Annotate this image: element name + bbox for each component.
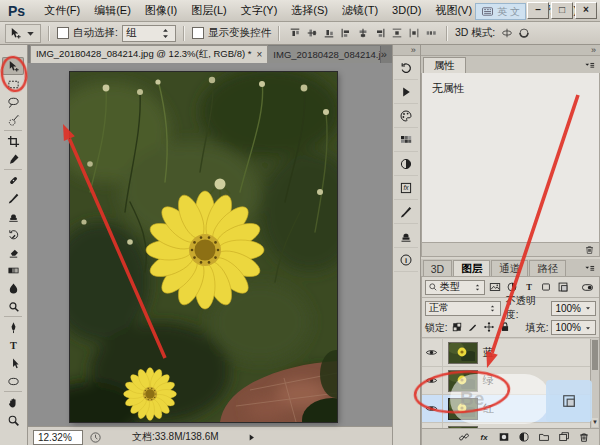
menu-type[interactable]: 文字(Y) bbox=[234, 4, 285, 16]
layer-fx-icon[interactable]: fx bbox=[478, 431, 491, 444]
new-adjustment-icon[interactable] bbox=[518, 431, 531, 444]
ime-indicator[interactable]: 英 文 bbox=[475, 3, 526, 20]
clone-source-icon[interactable] bbox=[394, 224, 418, 248]
3d-roll-icon[interactable] bbox=[516, 25, 532, 41]
layer-row-红[interactable]: 红 bbox=[422, 395, 599, 423]
align-right-icon[interactable] bbox=[372, 25, 388, 41]
filter-adjust-icon[interactable] bbox=[504, 280, 521, 295]
tool-marquee[interactable] bbox=[2, 75, 24, 93]
tool-gradient[interactable] bbox=[2, 261, 24, 279]
brush-settings-icon[interactable] bbox=[394, 200, 418, 224]
tab-layers[interactable]: 图层 bbox=[453, 260, 490, 276]
minimize-button[interactable]: – bbox=[527, 2, 549, 19]
layer-thumbnail[interactable] bbox=[448, 342, 478, 364]
tool-clone-stamp[interactable] bbox=[2, 207, 24, 225]
info-icon[interactable]: i bbox=[394, 248, 418, 272]
tool-history-brush[interactable] bbox=[2, 225, 24, 243]
maximize-button[interactable]: □ bbox=[551, 2, 573, 19]
tool-lasso[interactable] bbox=[2, 93, 24, 111]
layer-visibility-toggle[interactable] bbox=[422, 339, 443, 366]
tool-preset-picker[interactable] bbox=[5, 24, 41, 43]
tab-3d[interactable]: 3D bbox=[423, 260, 452, 276]
menu-image[interactable]: 图像(I) bbox=[138, 4, 184, 16]
menu-file[interactable]: 文件(F) bbox=[37, 4, 87, 16]
close-button[interactable]: × bbox=[575, 2, 597, 19]
lock-paint-icon[interactable] bbox=[467, 321, 480, 334]
distribute-v-icon[interactable] bbox=[389, 25, 405, 41]
layer-thumbnail[interactable] bbox=[448, 426, 478, 429]
color-icon[interactable] bbox=[394, 104, 418, 128]
document-tab-active[interactable]: IMG_20180428_084214.jpg @ 12.3%(红, RGB/8… bbox=[30, 45, 268, 63]
layer-thumbnail[interactable] bbox=[448, 398, 478, 420]
lock-move-icon[interactable] bbox=[483, 321, 496, 334]
opacity-field[interactable]: 100% bbox=[551, 301, 596, 316]
actions-icon[interactable] bbox=[394, 80, 418, 104]
tool-hand[interactable] bbox=[2, 393, 24, 411]
filter-smart-icon[interactable] bbox=[555, 280, 572, 295]
tab-channels[interactable]: 通道 bbox=[491, 260, 528, 276]
tool-pen[interactable] bbox=[2, 318, 24, 336]
adjustments-icon[interactable] bbox=[394, 152, 418, 176]
panel-menu-icon[interactable] bbox=[583, 59, 596, 72]
menu-3d[interactable]: 3D(D) bbox=[385, 4, 428, 16]
menu-select[interactable]: 选择(S) bbox=[284, 4, 335, 16]
align-top-icon[interactable] bbox=[287, 25, 303, 41]
tab-paths[interactable]: 路径 bbox=[529, 260, 566, 276]
layer-visibility-toggle[interactable] bbox=[422, 367, 443, 394]
auto-select-dropdown[interactable]: 组 bbox=[122, 25, 176, 42]
fill-field[interactable]: 100% bbox=[551, 320, 596, 335]
strip-collapse-chevron[interactable]: » bbox=[393, 45, 420, 56]
show-transform-checkbox[interactable] bbox=[192, 27, 204, 39]
panel-collapse-chevron[interactable]: » bbox=[421, 45, 600, 56]
tool-eraser[interactable] bbox=[2, 243, 24, 261]
document-tab-inactive[interactable]: IMG_20180428_084214.j bbox=[268, 46, 380, 63]
distribute-c-icon[interactable] bbox=[423, 25, 439, 41]
link-layers-icon[interactable] bbox=[458, 431, 471, 444]
tool-quick-select[interactable] bbox=[2, 111, 24, 129]
layer-visibility-toggle[interactable] bbox=[422, 423, 443, 428]
tool-shape[interactable] bbox=[2, 372, 24, 390]
lock-transparent-icon[interactable] bbox=[451, 321, 464, 334]
align-middle-icon[interactable] bbox=[304, 25, 320, 41]
filter-toggle-icon[interactable] bbox=[579, 280, 596, 295]
canvas-area[interactable] bbox=[28, 63, 392, 426]
layer-row-图层 0[interactable]: 图层 0 bbox=[422, 423, 599, 428]
tool-blur[interactable] bbox=[2, 279, 24, 297]
tool-type[interactable]: T bbox=[2, 336, 24, 354]
layer-row-绿[interactable]: 绿 bbox=[422, 367, 599, 395]
layer-row-蓝[interactable]: 蓝 bbox=[422, 339, 599, 367]
align-left-icon[interactable] bbox=[338, 25, 354, 41]
layers-scrollbar[interactable]: ▼ bbox=[590, 339, 599, 428]
scrollbar-down-arrow[interactable]: ▼ bbox=[592, 418, 598, 427]
swatches-icon[interactable] bbox=[394, 128, 418, 152]
zoom-level-field[interactable]: 12.32% bbox=[33, 430, 83, 445]
layer-thumbnail[interactable] bbox=[448, 370, 478, 392]
align-bottom-icon[interactable] bbox=[321, 25, 337, 41]
filter-pixel-icon[interactable] bbox=[487, 280, 504, 295]
tool-move[interactable] bbox=[2, 57, 24, 75]
tool-zoom[interactable] bbox=[2, 411, 24, 429]
menu-filter[interactable]: 滤镜(T) bbox=[335, 4, 385, 16]
trash-icon[interactable] bbox=[584, 244, 595, 255]
tab-overflow-chevron[interactable]: » bbox=[381, 48, 387, 60]
styles-icon[interactable]: fx bbox=[394, 176, 418, 200]
lock-all-icon[interactable] bbox=[499, 321, 512, 334]
menu-edit[interactable]: 编辑(E) bbox=[87, 4, 138, 16]
tool-brush[interactable] bbox=[2, 189, 24, 207]
delete-layer-icon[interactable] bbox=[578, 431, 591, 444]
menu-view[interactable]: 视图(V) bbox=[428, 4, 479, 16]
filter-shape-icon[interactable] bbox=[538, 280, 555, 295]
layer-visibility-toggle[interactable] bbox=[422, 395, 443, 422]
auto-select-checkbox[interactable] bbox=[57, 27, 69, 39]
tab-close-icon[interactable]: × bbox=[257, 49, 263, 60]
add-mask-icon[interactable] bbox=[498, 431, 511, 444]
history-icon[interactable] bbox=[394, 56, 418, 80]
align-center-icon[interactable] bbox=[355, 25, 371, 41]
filter-type-icon[interactable]: T bbox=[521, 280, 538, 295]
menu-layer[interactable]: 图层(L) bbox=[184, 4, 233, 16]
status-expand-icon[interactable] bbox=[247, 433, 256, 442]
tab-properties[interactable]: 属性 bbox=[423, 57, 466, 73]
tool-eyedropper[interactable] bbox=[2, 150, 24, 168]
panel-menu-icon[interactable] bbox=[583, 262, 596, 275]
scrollbar-thumb[interactable] bbox=[592, 340, 598, 370]
